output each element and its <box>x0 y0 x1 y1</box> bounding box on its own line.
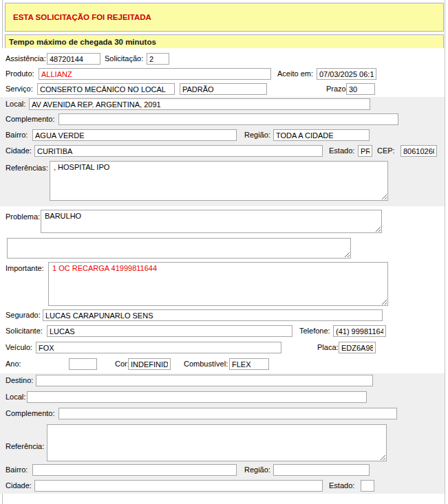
referencias-label: Referências: <box>6 164 48 172</box>
destino-complemento-input[interactable] <box>58 408 397 419</box>
destination-city-row: Cidade: Estado: <box>0 479 445 494</box>
frame-border-right <box>445 0 445 504</box>
cep-label: CEP: <box>377 146 395 155</box>
local-input[interactable] <box>29 98 370 110</box>
complemento-input[interactable] <box>58 113 398 125</box>
origin-references-row: Referências: , HOSPITAL IPO <box>0 160 445 206</box>
service-row: Serviço: Prazo: <box>0 82 445 97</box>
destino-cidade-input[interactable] <box>34 480 323 492</box>
origin-section: Local: Complemento: Bairro: Região: Cida… <box>0 97 445 206</box>
origin-complement-row: Complemento: <box>0 112 445 128</box>
local-label: Local: <box>6 100 25 108</box>
rejection-banner: ESTA SOLICITAÇÃO FOI REJEITADA <box>5 3 444 32</box>
destination-row: Destino: <box>0 373 445 390</box>
observation-row <box>0 235 445 260</box>
origin-local-row: Local: <box>0 97 445 112</box>
assistencia-label: Assistência: <box>6 54 46 63</box>
service-request-form: ESTA SOLICITAÇÃO FOI REJEITADA Tempo máx… <box>0 0 448 504</box>
requester-row: Solicitante: Telefone: <box>0 324 445 340</box>
observacao-textarea[interactable] <box>7 238 351 259</box>
bairro-label: Bairro: <box>6 131 28 139</box>
origin-city-row: Cidade: Estado: CEP: <box>0 144 445 160</box>
combustivel-input[interactable] <box>229 358 269 370</box>
referencias-textarea[interactable]: , HOSPITAL IPO <box>50 161 388 201</box>
servico-input[interactable] <box>37 83 175 95</box>
solicitacao-label: Solicitação: <box>105 54 143 63</box>
importante-label: Importante: <box>6 264 44 272</box>
destino-local-input[interactable] <box>27 391 367 403</box>
segurado-input[interactable] <box>43 309 383 321</box>
estado-input[interactable] <box>358 145 372 157</box>
solicitante-label: Solicitante: <box>6 327 43 335</box>
vehicle-row: Veículo: Placa: <box>0 340 445 357</box>
destino-estado-input[interactable] <box>361 480 374 492</box>
produto-label: Produto: <box>6 69 34 78</box>
rejection-banner-text: ESTA SOLICITAÇÃO FOI REJEITADA <box>13 13 151 21</box>
origin-district-row: Bairro: Região: <box>0 128 445 144</box>
vehicle-year-row: Ano: Cor: Combustível: <box>0 357 445 373</box>
assistencia-input[interactable] <box>47 53 100 65</box>
aceito-em-input[interactable] <box>317 68 376 80</box>
destination-reference-row: Referência: <box>0 423 445 463</box>
important-row: Importante: 1 OC RECARGA 41999811644 <box>0 260 445 308</box>
assistance-row: Assistência: Solicitação: <box>0 52 445 67</box>
destino-bairro-input[interactable] <box>32 464 237 476</box>
segurado-label: Segurado: <box>6 311 41 319</box>
cep-input[interactable] <box>401 145 437 157</box>
bairro-input[interactable] <box>32 129 237 141</box>
placa-label: Placa: <box>317 343 339 351</box>
regiao-label: Região: <box>244 131 270 139</box>
telefone-input[interactable] <box>333 325 386 337</box>
destino-referencia-textarea[interactable] <box>47 424 387 461</box>
destino-cidade-label: Cidade: <box>6 481 32 490</box>
cor-label: Cor: <box>115 360 129 368</box>
cidade-input[interactable] <box>34 145 323 157</box>
destino-bairro-label: Bairro: <box>6 465 28 474</box>
placa-input[interactable] <box>339 342 376 353</box>
ano-label: Ano: <box>6 360 21 368</box>
regiao-input[interactable] <box>273 129 370 141</box>
servico-label: Serviço: <box>6 85 33 93</box>
insured-row: Segurado: <box>0 308 445 324</box>
destino-referencia-label: Referência: <box>6 442 44 450</box>
details-section: Problema: BARULHO Importante: 1 OC RECAR… <box>0 206 445 373</box>
servico-tipo-input[interactable] <box>180 83 267 95</box>
solicitacao-input[interactable] <box>147 53 169 65</box>
problem-row: Problema: BARULHO <box>0 206 445 235</box>
prazo-label: Prazo: <box>326 85 348 93</box>
estado-label: Estado: <box>329 146 354 155</box>
destino-estado-label: Estado: <box>329 481 354 490</box>
veiculo-input[interactable] <box>36 342 281 353</box>
destination-district-row: Bairro: Região: <box>0 463 445 479</box>
destination-section: Destino: Local: Complemento: Referência:… <box>0 373 445 494</box>
solicitante-input[interactable] <box>47 325 292 337</box>
complemento-label: Complemento: <box>6 115 55 123</box>
product-row: Produto: Aceito em: <box>0 67 445 82</box>
aceito-em-label: Aceito em: <box>277 69 313 78</box>
problema-label: Problema: <box>6 212 40 221</box>
destino-local-label: Local: <box>6 393 25 401</box>
destination-complement-row: Complemento: <box>0 406 445 423</box>
problema-textarea[interactable]: BARULHO <box>41 210 382 233</box>
destino-regiao-input[interactable] <box>273 464 370 476</box>
sla-banner-text: Tempo máximo de chegada 30 minutos <box>9 38 156 46</box>
cidade-label: Cidade: <box>6 146 32 155</box>
produto-input[interactable] <box>39 68 271 80</box>
destino-regiao-label: Região: <box>244 465 270 474</box>
request-section: Assistência: Solicitação: Produto: Aceit… <box>0 48 445 97</box>
importante-textarea[interactable]: 1 OC RECARGA 41999811644 <box>48 262 388 306</box>
cor-input[interactable] <box>128 358 171 370</box>
sla-banner: Tempo máximo de chegada 30 minutos <box>5 34 444 49</box>
telefone-label: Telefone: <box>299 327 330 335</box>
combustivel-label: Combustível: <box>184 360 228 368</box>
prazo-input[interactable] <box>346 83 375 95</box>
destination-local-row: Local: <box>0 390 445 406</box>
ano-input[interactable] <box>69 358 97 370</box>
destino-input[interactable] <box>36 375 373 386</box>
destino-label: Destino: <box>6 376 33 384</box>
destino-complemento-label: Complemento: <box>6 409 55 417</box>
veiculo-label: Veículo: <box>6 343 32 351</box>
